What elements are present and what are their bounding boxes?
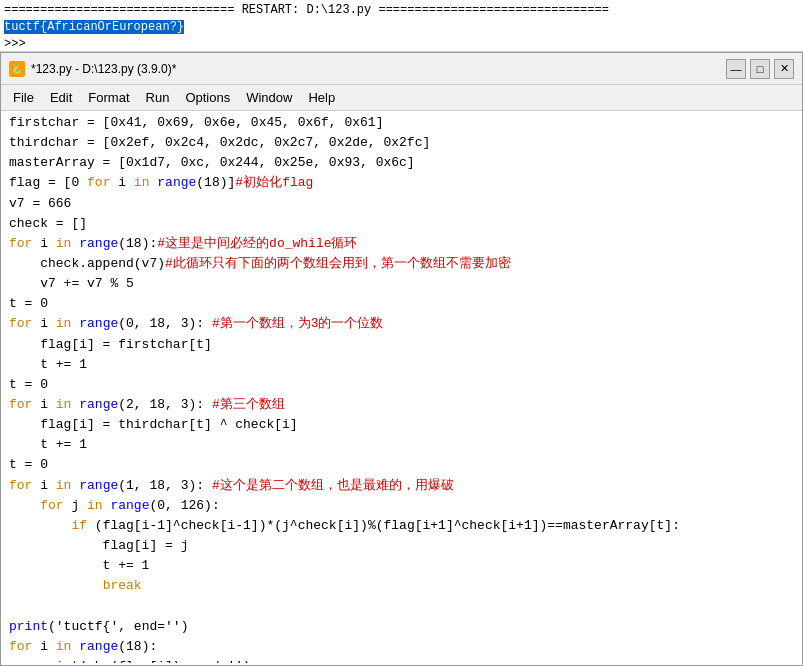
code-line-23: t += 1 (9, 556, 794, 576)
code-line-17: t += 1 (9, 435, 794, 455)
menu-options[interactable]: Options (177, 88, 238, 107)
python-icon: 🐍 (9, 61, 25, 77)
window-title: *123.py - D:\123.py (3.9.0)* (31, 62, 726, 76)
code-line-1: firstchar = [0x41, 0x69, 0x6e, 0x45, 0x6… (9, 113, 794, 133)
terminal-output-highlight: tuctf{AfricanOrEuropean?} (4, 20, 184, 34)
code-line-18: t = 0 (9, 455, 794, 475)
code-line-13: t += 1 (9, 355, 794, 375)
code-line-15: for i in range(2, 18, 3): #第三个数组 (9, 395, 794, 415)
code-line-26: print('tuctf{', end='') (9, 617, 794, 637)
code-line-11: for i in range(0, 18, 3): #第一个数组，为3的一个位数 (9, 314, 794, 334)
code-line-28: print(chr(flag[i]), end='') (9, 657, 794, 663)
code-line-6: check = [] (9, 214, 794, 234)
menu-file[interactable]: File (5, 88, 42, 107)
code-line-21: if (flag[i-1]^check[i-1])*(j^check[i])%(… (9, 516, 794, 536)
menu-format[interactable]: Format (80, 88, 137, 107)
code-line-12: flag[i] = firstchar[t] (9, 335, 794, 355)
code-editor[interactable]: firstchar = [0x41, 0x69, 0x6e, 0x45, 0x6… (1, 111, 802, 665)
terminal-prompt: >>> (4, 36, 799, 52)
code-line-5: v7 = 666 (9, 194, 794, 214)
code-line-2: thirdchar = [0x2ef, 0x2c4, 0x2dc, 0x2c7,… (9, 133, 794, 153)
menu-edit[interactable]: Edit (42, 88, 80, 107)
title-bar: 🐍 *123.py - D:\123.py (3.9.0)* — □ ✕ (1, 53, 802, 85)
terminal-panel: ================================ RESTART… (0, 0, 803, 52)
close-button[interactable]: ✕ (774, 59, 794, 79)
code-line-10: t = 0 (9, 294, 794, 314)
code-line-19: for i in range(1, 18, 3): #这个是第二个数组，也是最难… (9, 476, 794, 496)
maximize-button[interactable]: □ (750, 59, 770, 79)
code-line-4: flag = [0 for i in range(18)]#初始化flag (9, 173, 794, 193)
minimize-button[interactable]: — (726, 59, 746, 79)
menu-run[interactable]: Run (138, 88, 178, 107)
code-line-27: for i in range(18): (9, 637, 794, 657)
code-content: firstchar = [0x41, 0x69, 0x6e, 0x45, 0x6… (1, 113, 802, 663)
code-line-7: for i in range(18):#这里是中间必经的do_while循环 (9, 234, 794, 254)
menu-bar: File Edit Format Run Options Window Help (1, 85, 802, 111)
code-line-22: flag[i] = j (9, 536, 794, 556)
code-line-24: break (9, 576, 794, 596)
menu-help[interactable]: Help (300, 88, 343, 107)
code-line-25 (9, 596, 794, 616)
terminal-line-2: tuctf{AfricanOrEuropean?} (4, 19, 799, 36)
code-line-20: for j in range(0, 126): (9, 496, 794, 516)
window-controls: — □ ✕ (726, 59, 794, 79)
menu-window[interactable]: Window (238, 88, 300, 107)
code-line-16: flag[i] = thirdchar[t] ^ check[i] (9, 415, 794, 435)
code-line-3: masterArray = [0x1d7, 0xc, 0x244, 0x25e,… (9, 153, 794, 173)
ide-window: 🐍 *123.py - D:\123.py (3.9.0)* — □ ✕ Fil… (0, 52, 803, 666)
code-line-14: t = 0 (9, 375, 794, 395)
code-line-8: check.append(v7)#此循环只有下面的两个数组会用到，第一个数组不需… (9, 254, 794, 274)
terminal-line-1: ================================ RESTART… (4, 2, 799, 19)
code-line-9: v7 += v7 % 5 (9, 274, 794, 294)
